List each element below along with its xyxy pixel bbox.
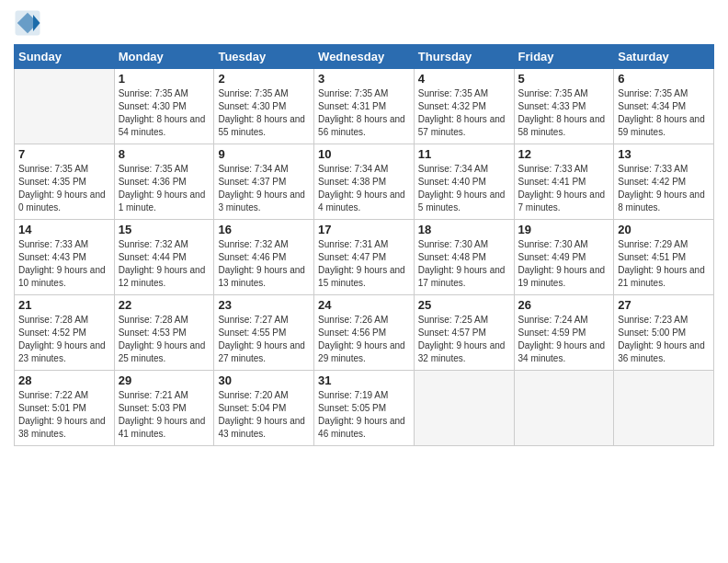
day-info: Sunrise: 7:35 AM Sunset: 4:36 PM Dayligh… <box>119 163 210 214</box>
sunset-label: Sunset: 4:47 PM <box>318 252 386 262</box>
daylight-label: Daylight: 9 hours and 13 minutes. <box>218 265 305 288</box>
sunrise-label: Sunrise: 7:31 AM <box>318 239 388 249</box>
sunrise-label: Sunrise: 7:30 AM <box>418 239 488 249</box>
calendar-cell: 1 Sunrise: 7:35 AM Sunset: 4:30 PM Dayli… <box>114 69 214 144</box>
day-number: 18 <box>418 223 510 236</box>
sunrise-label: Sunrise: 7:20 AM <box>218 390 288 400</box>
sunset-label: Sunset: 5:01 PM <box>18 403 86 413</box>
weekday-header-thursday: Thursday <box>414 45 514 69</box>
daylight-label: Daylight: 9 hours and 17 minutes. <box>418 265 506 288</box>
sunrise-label: Sunrise: 7:29 AM <box>618 239 688 249</box>
daylight-label: Daylight: 8 hours and 56 minutes. <box>318 114 405 137</box>
day-info: Sunrise: 7:26 AM Sunset: 4:56 PM Dayligh… <box>318 314 410 365</box>
day-info: Sunrise: 7:35 AM Sunset: 4:30 PM Dayligh… <box>119 87 210 139</box>
daylight-label: Daylight: 9 hours and 43 minutes. <box>218 416 305 439</box>
sunset-label: Sunset: 4:40 PM <box>418 177 486 187</box>
sunrise-label: Sunrise: 7:19 AM <box>318 390 388 400</box>
calendar-cell <box>514 371 614 446</box>
week-row-3: 21 Sunrise: 7:28 AM Sunset: 4:52 PM Dayl… <box>15 295 714 371</box>
daylight-label: Daylight: 9 hours and 27 minutes. <box>218 340 305 363</box>
calendar-cell: 3 Sunrise: 7:35 AM Sunset: 4:31 PM Dayli… <box>314 69 415 144</box>
sunset-label: Sunset: 4:41 PM <box>518 177 586 187</box>
day-info: Sunrise: 7:33 AM Sunset: 4:43 PM Dayligh… <box>18 238 110 290</box>
sunset-label: Sunset: 4:52 PM <box>18 327 86 338</box>
page-container: SundayMondayTuesdayWednesdayThursdayFrid… <box>0 0 728 455</box>
day-number: 3 <box>318 72 410 86</box>
sunset-label: Sunset: 4:55 PM <box>218 327 286 338</box>
sunset-label: Sunset: 5:05 PM <box>318 403 386 413</box>
sunset-label: Sunset: 4:35 PM <box>18 177 86 187</box>
sunrise-label: Sunrise: 7:27 AM <box>218 315 288 325</box>
calendar-cell <box>15 69 115 144</box>
sunset-label: Sunset: 4:32 PM <box>418 101 486 111</box>
day-number: 29 <box>119 373 210 387</box>
day-info: Sunrise: 7:28 AM Sunset: 4:53 PM Dayligh… <box>119 314 210 365</box>
sunset-label: Sunset: 4:30 PM <box>218 101 286 111</box>
weekday-header-friday: Friday <box>514 45 614 69</box>
day-info: Sunrise: 7:34 AM Sunset: 4:38 PM Dayligh… <box>318 163 410 214</box>
sunrise-label: Sunrise: 7:32 AM <box>119 239 188 249</box>
week-row-2: 14 Sunrise: 7:33 AM Sunset: 4:43 PM Dayl… <box>15 220 714 295</box>
day-number: 28 <box>18 373 110 387</box>
sunset-label: Sunset: 5:00 PM <box>618 327 686 338</box>
day-info: Sunrise: 7:23 AM Sunset: 5:00 PM Dayligh… <box>618 314 710 365</box>
sunrise-label: Sunrise: 7:35 AM <box>618 88 688 98</box>
day-number: 6 <box>618 72 710 86</box>
sunrise-label: Sunrise: 7:33 AM <box>518 164 588 174</box>
calendar-cell: 15 Sunrise: 7:32 AM Sunset: 4:44 PM Dayl… <box>114 220 214 295</box>
sunset-label: Sunset: 4:36 PM <box>119 177 187 187</box>
sunset-label: Sunset: 4:38 PM <box>318 177 386 187</box>
day-number: 12 <box>518 147 610 161</box>
sunrise-label: Sunrise: 7:34 AM <box>318 164 388 174</box>
day-number: 1 <box>119 72 210 86</box>
calendar-cell: 8 Sunrise: 7:35 AM Sunset: 4:36 PM Dayli… <box>114 144 214 220</box>
sunset-label: Sunset: 4:46 PM <box>218 252 286 262</box>
sunrise-label: Sunrise: 7:34 AM <box>218 164 288 174</box>
day-number: 23 <box>218 298 310 312</box>
day-number: 24 <box>318 298 410 312</box>
calendar-body: 1 Sunrise: 7:35 AM Sunset: 4:30 PM Dayli… <box>15 69 714 446</box>
day-info: Sunrise: 7:35 AM Sunset: 4:35 PM Dayligh… <box>18 163 110 214</box>
daylight-label: Daylight: 9 hours and 10 minutes. <box>18 265 106 288</box>
calendar-cell: 5 Sunrise: 7:35 AM Sunset: 4:33 PM Dayli… <box>514 69 614 144</box>
sunrise-label: Sunrise: 7:35 AM <box>119 88 188 98</box>
sunset-label: Sunset: 4:34 PM <box>618 101 686 111</box>
sunset-label: Sunset: 4:51 PM <box>618 252 686 262</box>
daylight-label: Daylight: 9 hours and 19 minutes. <box>518 265 606 288</box>
calendar-cell: 7 Sunrise: 7:35 AM Sunset: 4:35 PM Dayli… <box>15 144 115 220</box>
day-info: Sunrise: 7:33 AM Sunset: 4:42 PM Dayligh… <box>618 163 710 214</box>
weekday-header-saturday: Saturday <box>614 45 714 69</box>
day-number: 7 <box>18 147 110 161</box>
sunrise-label: Sunrise: 7:22 AM <box>18 390 88 400</box>
calendar-cell: 10 Sunrise: 7:34 AM Sunset: 4:38 PM Dayl… <box>314 144 415 220</box>
sunset-label: Sunset: 4:43 PM <box>18 252 86 262</box>
sunset-label: Sunset: 5:03 PM <box>119 403 187 413</box>
sunrise-label: Sunrise: 7:33 AM <box>18 239 88 249</box>
daylight-label: Daylight: 8 hours and 57 minutes. <box>418 114 506 137</box>
week-row-1: 7 Sunrise: 7:35 AM Sunset: 4:35 PM Dayli… <box>15 144 714 220</box>
calendar-cell <box>614 371 714 446</box>
daylight-label: Daylight: 9 hours and 7 minutes. <box>518 190 606 213</box>
sunset-label: Sunset: 4:31 PM <box>318 101 386 111</box>
day-info: Sunrise: 7:30 AM Sunset: 4:48 PM Dayligh… <box>418 238 510 290</box>
sunrise-label: Sunrise: 7:34 AM <box>418 164 488 174</box>
day-info: Sunrise: 7:34 AM Sunset: 4:40 PM Dayligh… <box>418 163 510 214</box>
daylight-label: Daylight: 9 hours and 1 minute. <box>119 190 206 213</box>
daylight-label: Daylight: 9 hours and 0 minutes. <box>18 190 106 213</box>
daylight-label: Daylight: 9 hours and 34 minutes. <box>518 340 606 363</box>
sunset-label: Sunset: 4:57 PM <box>418 327 486 338</box>
day-info: Sunrise: 7:35 AM Sunset: 4:33 PM Dayligh… <box>518 87 610 139</box>
daylight-label: Daylight: 8 hours and 55 minutes. <box>218 114 305 137</box>
daylight-label: Daylight: 9 hours and 41 minutes. <box>119 416 206 439</box>
sunset-label: Sunset: 4:48 PM <box>418 252 486 262</box>
calendar-cell: 31 Sunrise: 7:19 AM Sunset: 5:05 PM Dayl… <box>314 371 415 446</box>
day-number: 26 <box>518 298 610 312</box>
sunset-label: Sunset: 4:30 PM <box>119 101 187 111</box>
day-number: 27 <box>618 298 710 312</box>
day-number: 31 <box>318 373 410 387</box>
daylight-label: Daylight: 9 hours and 8 minutes. <box>618 190 705 213</box>
daylight-label: Daylight: 9 hours and 36 minutes. <box>618 340 705 363</box>
sunrise-label: Sunrise: 7:30 AM <box>518 239 588 249</box>
daylight-label: Daylight: 8 hours and 58 minutes. <box>518 114 606 137</box>
sunset-label: Sunset: 4:53 PM <box>119 327 187 338</box>
